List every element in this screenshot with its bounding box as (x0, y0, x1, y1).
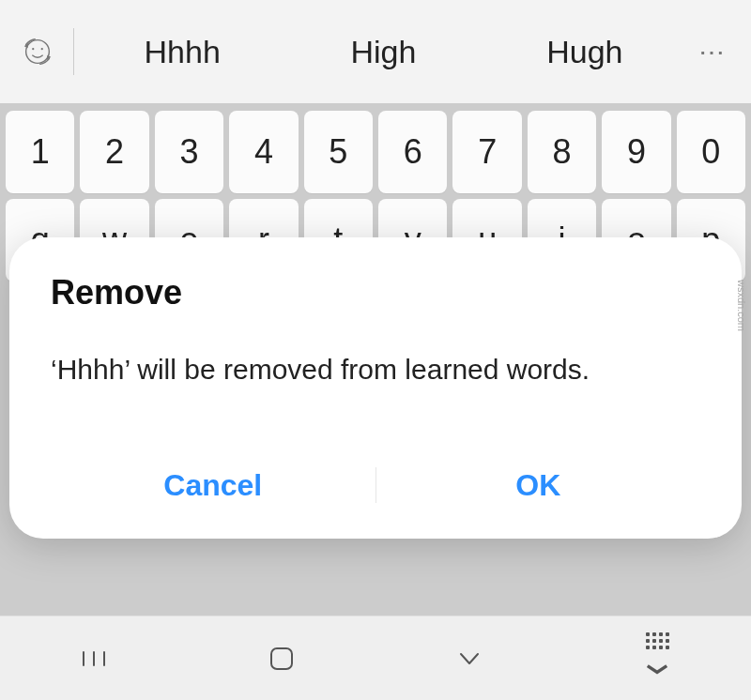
emoji-refresh-icon (20, 34, 55, 69)
more-suggestions-button[interactable]: ⋯ (685, 19, 742, 84)
back-button[interactable] (432, 631, 507, 687)
key-6[interactable]: 6 (378, 111, 447, 193)
emoji-picker-button[interactable] (9, 19, 66, 84)
divider (73, 28, 74, 75)
svg-point-1 (32, 48, 34, 50)
key-9[interactable]: 9 (602, 111, 670, 193)
recents-button[interactable] (56, 631, 131, 687)
key-1[interactable]: 1 (6, 111, 74, 193)
svg-rect-5 (271, 648, 292, 669)
key-4[interactable]: 4 (229, 111, 298, 193)
hide-keyboard-icon (641, 632, 673, 685)
recents-icon (78, 643, 110, 675)
number-row: 1 2 3 4 5 6 7 8 9 0 (0, 111, 751, 193)
suggestion-bar: Hhhh High Hugh ⋯ (0, 0, 751, 103)
ok-button[interactable]: OK (376, 459, 701, 512)
key-0[interactable]: 0 (677, 111, 745, 193)
suggestion-1[interactable]: Hhhh (82, 34, 283, 70)
dialog-title: Remove (51, 273, 700, 312)
back-chevron-icon (453, 643, 485, 675)
key-3[interactable]: 3 (155, 111, 223, 193)
cancel-button[interactable]: Cancel (51, 459, 376, 512)
remove-word-dialog: Remove ‘Hhhh’ will be removed from learn… (9, 237, 742, 539)
watermark: wsxdn.com (736, 280, 747, 331)
key-7[interactable]: 7 (452, 111, 521, 193)
navigation-bar (0, 616, 751, 700)
svg-point-0 (26, 40, 50, 64)
key-2[interactable]: 2 (80, 111, 148, 193)
key-8[interactable]: 8 (528, 111, 596, 193)
home-icon (266, 643, 298, 675)
suggestion-3[interactable]: Hugh (484, 34, 685, 70)
svg-point-2 (41, 48, 43, 50)
dialog-message: ‘Hhhh’ will be removed from learned word… (51, 354, 700, 386)
suggestion-2[interactable]: High (283, 34, 483, 70)
hide-keyboard-button[interactable] (620, 631, 695, 687)
home-button[interactable] (244, 631, 319, 687)
key-5[interactable]: 5 (304, 111, 373, 193)
dialog-actions: Cancel OK (51, 459, 700, 512)
